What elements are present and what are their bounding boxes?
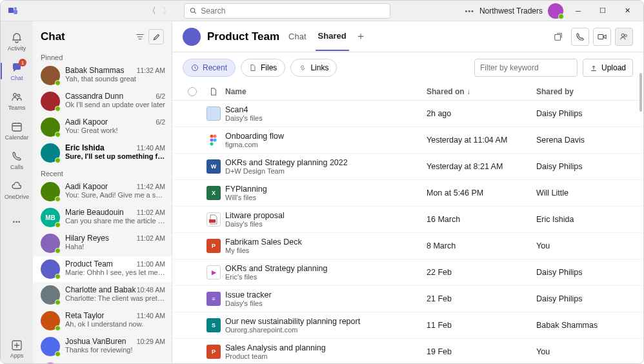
chat-name: Joshua VanBuren	[65, 337, 126, 346]
search-box[interactable]	[184, 3, 390, 19]
tab-shared[interactable]: Shared	[316, 22, 349, 51]
file-type-icon: ▶	[202, 265, 225, 279]
chat-item[interactable]: Charlotte and Babak10:48 AMCharlotte: Th…	[33, 282, 172, 308]
popout-button[interactable]	[549, 28, 567, 46]
file-row[interactable]: WOKRs and Strategy planning 2022D+W Desi…	[172, 154, 643, 180]
maximize-button[interactable]: ☐	[593, 1, 612, 21]
scrollbar[interactable]	[639, 73, 642, 112]
file-row[interactable]: Litware proposalDaisy's files16 MarchEri…	[172, 207, 643, 233]
pill-recent[interactable]: Recent	[183, 59, 236, 77]
file-row[interactable]: PFabrikam Sales DeckMy files8 MarchYou	[172, 233, 643, 259]
col-shared-on[interactable]: Shared on ↓	[427, 87, 536, 96]
file-location: Ourorg.sharepoint.com	[225, 326, 427, 334]
rail-activity[interactable]: Activity	[1, 26, 33, 56]
back-button[interactable]: 〈	[148, 5, 156, 17]
pill-links[interactable]: Links	[290, 59, 337, 77]
chat-name: Hilary Reyes	[65, 234, 109, 243]
file-row[interactable]: ▶OKRs and Strategy planningEric's files2…	[172, 259, 643, 286]
avatar	[41, 259, 60, 279]
rail-calls[interactable]: Calls	[1, 145, 33, 175]
search-input[interactable]	[201, 6, 385, 15]
people-button[interactable]	[615, 28, 633, 46]
chat-item[interactable]: Aadi Kapoor11:42 AMYou: Sure, Aadi! Give…	[33, 179, 172, 205]
close-button[interactable]: ✕	[618, 1, 637, 21]
file-date: 22 Feb	[427, 268, 536, 277]
file-row[interactable]: SOur new sustainability planning reportO…	[172, 312, 643, 339]
file-row[interactable]: PSales Analysis and planningProduct team…	[172, 339, 643, 363]
file-date: 19 Feb	[427, 347, 536, 356]
video-call-button[interactable]	[593, 28, 611, 46]
forward-button[interactable]: 〉	[163, 5, 171, 17]
new-chat-button[interactable]	[148, 29, 164, 45]
filter-input[interactable]	[480, 63, 572, 72]
file-shared-by: Serena Davis	[536, 136, 633, 145]
chat-preview: Yah, that sounds great	[65, 75, 165, 83]
file-name: Our new sustainability planning report	[225, 317, 427, 326]
chat-time: 11:02 AM	[137, 208, 165, 216]
rail-chat[interactable]: Chat1	[1, 56, 33, 86]
file-name: Issue tracker	[225, 290, 427, 299]
chat-time: 6/2	[156, 118, 165, 126]
file-date: Mon at 5:46 PM	[427, 188, 536, 197]
file-row[interactable]: XFYPlanningWill's filesMon at 5:46 PMWil…	[172, 180, 643, 207]
chat-item[interactable]: Product Team11:00 AMMarie: Ohhh I see, y…	[33, 256, 172, 282]
chat-name: Charlotte and Babak	[65, 285, 136, 294]
chat-time: 11:00 AM	[137, 260, 165, 268]
file-row[interactable]: Onboarding flowfigma.comYesterday at 11:…	[172, 127, 643, 154]
filter-input-box[interactable]	[474, 59, 578, 77]
rail-calendar[interactable]: Calendar	[1, 116, 33, 145]
filter-icon[interactable]	[136, 32, 145, 41]
rail-onedrive[interactable]: OneDrive	[1, 175, 33, 205]
file-name: FYPlanning	[225, 185, 427, 194]
avatar	[41, 337, 60, 356]
minimize-button[interactable]: ─	[569, 1, 588, 21]
file-location: figma.com	[225, 141, 427, 148]
file-shared-by: Daisy Philips	[536, 109, 633, 118]
nav-arrows: 〈 〉	[148, 5, 171, 17]
chat-preview: Thanks for reviewing!	[65, 346, 165, 354]
chat-item[interactable]: Babak Shammas11:32 AMYah, that sounds gr…	[33, 63, 172, 88]
tab-chat[interactable]: Chat	[286, 23, 308, 50]
rail-teams[interactable]: Teams	[1, 86, 33, 116]
chat-preview: Charlotte: The client was pretty happy w…	[65, 294, 165, 302]
rail-apps[interactable]: Apps	[1, 334, 33, 363]
file-type-icon	[202, 106, 225, 121]
chat-preview: Ah, ok I understand now.	[65, 320, 165, 328]
chat-item[interactable]: DFDaichi Fukuda10:20 AMYou: Thank you!!	[33, 359, 172, 363]
chat-item[interactable]: Hilary Reyes11:02 AMHaha!	[33, 230, 172, 256]
file-list[interactable]: Scan4Daisy's files2h agoDaisy PhilipsOnb…	[172, 101, 643, 363]
file-location: Daisy's files	[225, 220, 427, 228]
chat-time: 6/2	[156, 92, 165, 100]
chat-item[interactable]: Joshua VanBuren10:29 AMThanks for review…	[33, 334, 172, 359]
svg-point-19	[210, 135, 214, 138]
col-shared-by[interactable]: Shared by	[536, 87, 633, 96]
file-row[interactable]: Scan4Daisy's files2h agoDaisy Philips	[172, 101, 643, 127]
more-icon[interactable]: •••	[465, 7, 474, 15]
user-avatar[interactable]	[548, 3, 563, 19]
chat-item[interactable]: Cassandra Dunn6/2Ok I'll send an update …	[33, 88, 172, 114]
chat-name: Product Team	[65, 259, 113, 268]
chat-item[interactable]: Reta Taylor11:40 AMAh, ok I understand n…	[33, 308, 172, 334]
file-type-icon	[202, 134, 225, 147]
chat-item[interactable]: Eric Ishida11:40 AMSure, I'll set up som…	[33, 140, 172, 166]
avatar	[41, 92, 60, 111]
conv-avatar	[183, 28, 201, 46]
chat-item[interactable]: MBMarie Beaudouin11:02 AMCan you share m…	[33, 205, 172, 230]
file-row[interactable]: ≡Issue trackerDaisy's files21 FebDaisy P…	[172, 286, 643, 312]
add-tab-button[interactable]: ＋	[356, 30, 366, 43]
file-type-icon: X	[202, 186, 225, 200]
select-all-checkbox[interactable]	[188, 87, 197, 96]
svg-point-1	[14, 7, 17, 10]
file-shared-by: Daisy Philips	[536, 294, 633, 303]
file-type-icon: P	[202, 345, 225, 359]
avatar	[41, 66, 60, 85]
chat-item[interactable]: Aadi Kapoor6/2You: Great work!	[33, 114, 172, 140]
col-name[interactable]: Name	[225, 87, 427, 96]
upload-button[interactable]: Upload	[583, 59, 633, 77]
file-name: Scan4	[225, 105, 427, 114]
pill-files[interactable]: Files	[241, 59, 285, 77]
conversation-header: Product Team Chat Shared ＋	[172, 21, 643, 52]
audio-call-button[interactable]	[571, 28, 589, 46]
rail-more[interactable]: •••	[1, 207, 33, 237]
recent-label: Recent	[33, 166, 172, 179]
